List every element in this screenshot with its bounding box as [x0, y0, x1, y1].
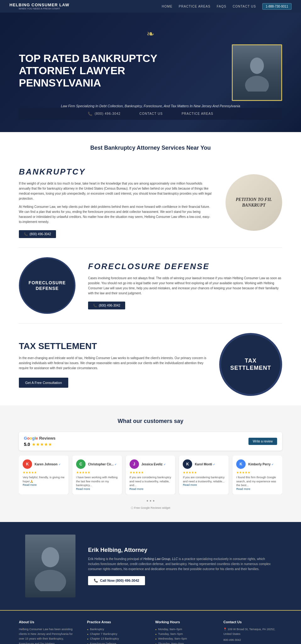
- widget-icon: ⬡: [131, 506, 133, 509]
- attorney-hero-photo: [232, 44, 282, 101]
- leaf-icon: ❧: [147, 28, 154, 39]
- footer-about: About Us Helbing Consumer Law has been a…: [19, 620, 78, 644]
- attorney-section: Erik Helbing, Attorney Erik Helbing is t…: [0, 522, 301, 610]
- foreclosure-circle-image: FORECLOSUREDEFENSE: [19, 257, 75, 314]
- footer-hours-item: Monday, 9am–5pm: [155, 627, 214, 632]
- attorney-photo: [25, 535, 75, 597]
- best-bankruptcy-title: Best Bankruptcy Attorney Services Near Y…: [0, 132, 301, 158]
- footer-hours-item: Wednesday, 9am–5pm: [155, 636, 214, 641]
- footer-practice-item[interactable]: Bankruptcy: [87, 627, 146, 632]
- petition-circle: PETITION TO FILBANKRUPT: [226, 174, 282, 231]
- nav-contact-us[interactable]: CONTACT US: [233, 5, 256, 8]
- bankruptcy-phone-button[interactable]: 📞 (800) 496-3042: [19, 230, 56, 238]
- phone-icon-atty: 📞: [94, 579, 98, 583]
- review-card: C Christopher Cir... ✓ ★★★★★ I have been…: [72, 456, 122, 494]
- location-icon: 📍: [223, 628, 227, 631]
- foreclosure-heading: FORECLOSURE DEFENSE: [88, 262, 282, 271]
- reviews-title: What our customers say: [19, 418, 282, 425]
- footer-contact: Contact Us 📍 109 W Broad St, Tamaqua, PA…: [223, 620, 282, 644]
- nav-logo: HELBING CONSUMER LAW WHEN YOU NEED A FRE…: [9, 3, 69, 10]
- review-stars: ★★★★★: [32, 442, 52, 447]
- tagline: WHEN YOU NEED A FRESH START: [9, 7, 69, 10]
- footer-about-text: Helbing Consumer Law has been assisting …: [19, 627, 78, 644]
- attorney-bio: Erik Helbing is the founding principal o…: [88, 557, 276, 572]
- footer-practice-title: Practice Areas: [87, 620, 146, 624]
- nav-practice-areas[interactable]: PRACTICE AREAS: [179, 5, 210, 8]
- footer-phone: 800-496-3042: [223, 638, 282, 642]
- google-logo: Google Reviews: [24, 436, 56, 441]
- tax-circle-image: TAXSETTLEMENT: [219, 333, 282, 396]
- nav-phone[interactable]: 1-888-730-9311: [262, 3, 292, 10]
- bankruptcy-section: BANKRUPTCY If the weight of your debt is…: [0, 158, 301, 247]
- hero-subtitle: Law Firm Specializing In Debt Collection…: [61, 104, 240, 108]
- write-review-button[interactable]: Write a review: [248, 438, 277, 445]
- footer-address: 📍 109 W Broad St, Tamaqua, PA 18252, Uni…: [223, 627, 282, 637]
- review-cards-container: K Karen Johnson ✓ ★★★★★ Very helpful, fr…: [19, 456, 282, 494]
- bankruptcy-circle-image: PETITION TO FILBANKRUPT: [226, 174, 282, 231]
- google-reviews-header: Google Reviews 5.0 ★★★★★ Write a review: [19, 432, 282, 451]
- review-card: K Kimberly Perry ✓ ★★★★★ I found this fi…: [232, 456, 282, 494]
- phone-icon-btn: 📞: [24, 232, 28, 236]
- footer: About Us Helbing Consumer Law has been a…: [0, 610, 301, 644]
- hero-phone-item[interactable]: 📞 (800) 496-3042: [88, 112, 120, 116]
- nav-faqs[interactable]: FAQS: [217, 5, 226, 8]
- phone-icon: 📞: [88, 112, 93, 116]
- review-pagination-dots: • • •: [19, 498, 282, 504]
- review-card: K Karen Johnson ✓ ★★★★★ Very helpful, fr…: [19, 456, 69, 494]
- footer-practice-item[interactable]: Chapter 7 Bankruptcy: [87, 632, 146, 636]
- attorney-name: Erik Helbing, Attorney: [88, 547, 276, 553]
- footer-practice-item[interactable]: Foreclosure Defense: [87, 641, 146, 644]
- tax-text: TAX SETTLEMENT In the ever-changing and …: [19, 341, 207, 388]
- google-reviews-info: Google Reviews 5.0 ★★★★★: [24, 436, 56, 447]
- firm-italic: Helbing Law Group, LLC: [143, 557, 178, 561]
- tax-circle: TAXSETTLEMENT: [219, 333, 282, 396]
- hero-practice-item[interactable]: PRACTICE AREAS: [181, 112, 213, 116]
- rating-number: 5.0: [24, 442, 30, 447]
- footer-grid: About Us Helbing Consumer Law has been a…: [19, 620, 282, 644]
- footer-hours-item: Thursday, 9am–5pm: [155, 641, 214, 644]
- review-card: J Jessica Eveliz ✓ ★★★★★ If you are cons…: [126, 456, 176, 494]
- firm-name: HELBING CONSUMER LAW: [9, 3, 69, 7]
- hero-section: ❧ TOP RATED BANKRUPTCY ATTORNEY LAWYER P…: [0, 13, 301, 132]
- call-now-button[interactable]: 📞 Call Now (800) 496-3042: [88, 576, 145, 585]
- hero-heading: TOP RATED BANKRUPTCY ATTORNEY LAWYER PEN…: [19, 52, 222, 89]
- footer-practice-list: BankruptcyChapter 7 BankruptcyChapter 13…: [87, 627, 146, 644]
- free-widget-label: ⬡ Free Google Reviews widget: [19, 506, 282, 509]
- footer-hours: Working Hours Monday, 9am–5pmTuesday, 9a…: [155, 620, 214, 644]
- phone-icon-fc: 📞: [93, 304, 97, 307]
- review-card: K Karol Monti ✓ ★★★★★ If you are conside…: [179, 456, 229, 494]
- footer-contact-title: Contact Us: [223, 620, 282, 624]
- svg-point-2: [42, 547, 59, 567]
- svg-point-1: [245, 76, 269, 92]
- tax-body: In the ever-changing and intricate world…: [19, 356, 207, 371]
- bankruptcy-body1: If the weight of your debt is too much t…: [19, 181, 213, 201]
- attorney-info: Erik Helbing, Attorney Erik Helbing is t…: [88, 547, 276, 585]
- hero-cta-bar: 📞 (800) 496-3042 CONTACT US PRACTICE ARE…: [19, 108, 282, 120]
- navigation: HELBING CONSUMER LAW WHEN YOU NEED A FRE…: [0, 0, 301, 13]
- foreclosure-body: Cases involving foreclosure are not alwa…: [88, 276, 282, 296]
- foreclosure-section: FORECLOSURE DEFENSE Cases involving fore…: [0, 248, 301, 323]
- footer-hours-title: Working Hours: [155, 620, 214, 624]
- footer-practice-item[interactable]: Chapter 13 Bankruptcy: [87, 636, 146, 641]
- free-consultation-button[interactable]: Get A Free Consultation: [19, 378, 68, 388]
- bankruptcy-text: BANKRUPTCY If the weight of your debt is…: [19, 167, 213, 238]
- bankruptcy-body2: At Helbing Consumer Law, we help clients…: [19, 204, 213, 225]
- nav-links: HOME PRACTICE AREAS FAQS CONTACT US 1-88…: [162, 3, 292, 10]
- foreclosure-circle: FORECLOSUREDEFENSE: [19, 257, 75, 314]
- svg-point-3: [35, 570, 66, 591]
- foreclosure-phone-button[interactable]: 📞 (800) 496-3042: [88, 302, 125, 309]
- foreclosure-text: FORECLOSURE DEFENSE Cases involving fore…: [88, 262, 282, 309]
- nav-home[interactable]: HOME: [162, 5, 172, 8]
- hero-contact-item[interactable]: CONTACT US: [139, 112, 163, 116]
- tax-settlement-section: TAX SETTLEMENT In the ever-changing and …: [0, 324, 301, 405]
- footer-hours-list: Monday, 9am–5pmTuesday, 9am–5pmWednesday…: [155, 627, 214, 644]
- footer-practice: Practice Areas BankruptcyChapter 7 Bankr…: [87, 620, 146, 644]
- bankruptcy-heading: BANKRUPTCY: [19, 167, 213, 177]
- svg-point-0: [250, 58, 264, 74]
- reviews-section: What our customers say Google Reviews 5.…: [0, 405, 301, 522]
- tax-heading: TAX SETTLEMENT: [19, 341, 207, 351]
- footer-hours-item: Tuesday, 9am–5pm: [155, 632, 214, 636]
- footer-about-title: About Us: [19, 620, 78, 624]
